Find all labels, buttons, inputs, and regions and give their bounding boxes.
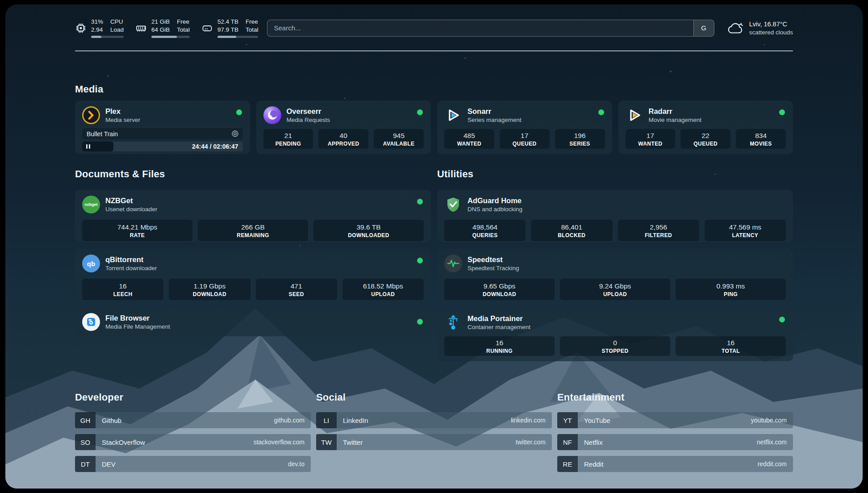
cloud-icon [726, 21, 745, 36]
header-divider [75, 50, 793, 51]
disk-free-label: Free [246, 18, 259, 26]
disk-widget: 52.4 TB 97.9 TB Free Total [201, 18, 259, 38]
stat-upload: 9.24 Gbps UPLOAD [560, 279, 670, 300]
playback-time: 24:44 / 02:06:47 [192, 142, 238, 151]
search-engine-button[interactable]: G [693, 20, 714, 36]
bookmark-dev[interactable]: DT DEV dev.to [75, 456, 311, 472]
stat-total: 16 TOTAL [676, 336, 786, 356]
stat-leech: 16 LEECH [82, 279, 163, 300]
app-subtitle: Media Requests [287, 117, 330, 124]
disk-free-value: 52.4 TB [217, 18, 238, 26]
stat-blocked: 86,401 BLOCKED [531, 220, 612, 241]
cpu-percent: 31% [91, 18, 103, 26]
stat-movies: 834 MOVIES [736, 129, 786, 149]
bookmark-stackoverflow[interactable]: SO StackOverflow stackoverflow.com [75, 434, 311, 450]
bookmarks-developer: Developer GH Github github.com SO StackO… [75, 392, 311, 478]
app-card-speedtest[interactable]: Speedtest Speedtest Tracking 9.65 Gbps D… [437, 249, 793, 301]
search-input[interactable] [267, 20, 693, 36]
app-title: Sonarr [467, 107, 522, 116]
stat-available: 945 AVAILABLE [374, 129, 424, 149]
search-bar: G [267, 20, 714, 37]
stat-download: 1.19 Gbps DOWNLOAD [169, 279, 250, 300]
stat-approved: 40 APPROVED [318, 129, 368, 149]
weather-widget: Lviv, 16.87°C scattered clouds [726, 20, 793, 37]
cpu-icon [75, 22, 87, 34]
playback-progress-fill [82, 142, 113, 151]
app-subtitle: Media server [105, 117, 140, 124]
stat-upload: 618.52 Mbps UPLOAD [342, 279, 424, 300]
app-subtitle: DNS and adblocking [467, 206, 522, 213]
app-title: Media Portainer [467, 314, 530, 323]
app-title: File Browser [105, 313, 170, 323]
bookmarks-social: Social LI LinkedIn linkedin.com TW Twitt… [316, 392, 552, 456]
portainer-icon [444, 313, 462, 331]
app-title: AdGuard Home [467, 196, 522, 205]
status-dot [598, 109, 604, 115]
stat-running: 16 RUNNING [444, 336, 555, 356]
session-icon [231, 130, 239, 138]
bookmark-github[interactable]: GH Github github.com [75, 412, 311, 428]
section-title-media: Media [75, 84, 793, 95]
memory-widget: 21 GiB 64 GiB Free Total [135, 18, 190, 38]
cpu-progressbar [91, 36, 124, 38]
cpu-widget: 31% 2.94 CPU Load [75, 18, 124, 38]
section-title-entertainment: Entertainment [557, 392, 793, 403]
app-title: Overseerr [287, 107, 330, 116]
stat-latency: 47.569 ms LATENCY [705, 220, 786, 241]
now-playing-title: Bullet Train [87, 130, 118, 138]
adguard-icon [444, 196, 462, 213]
app-card-adguard[interactable]: AdGuard Home DNS and adblocking 498,564 … [437, 190, 793, 242]
memory-total-label: Total [177, 26, 190, 34]
app-card-overseerr[interactable]: Overseerr Media Requests 21 PENDING 40 A… [256, 100, 431, 154]
app-title: Speedtest [467, 255, 519, 264]
section-title-utilities: Utilities [437, 168, 793, 180]
cpu-label: CPU [110, 18, 124, 26]
weather-condition: scattered clouds [749, 29, 793, 37]
app-card-sonarr[interactable]: Sonarr Series management 485 WANTED 17 Q… [437, 100, 612, 154]
app-title: NZBGet [105, 196, 157, 205]
memory-progressbar [151, 36, 190, 38]
bookmarks-entertainment: Entertainment YT YouTube youtube.com NF … [557, 392, 793, 478]
pause-icon [86, 144, 88, 149]
section-title-documents: Documents & Files [75, 168, 431, 180]
plex-now-playing: Bullet Train 24:44 / 02:06:47 [82, 128, 243, 151]
header-bar: 31% 2.94 CPU Load [75, 4, 793, 38]
bookmark-netflix[interactable]: NF Netflix netflix.com [557, 434, 793, 450]
disk-progress-fill [217, 36, 236, 38]
speedtest-icon [444, 255, 462, 272]
app-card-portainer[interactable]: Media Portainer Container management 16 … [437, 308, 793, 361]
system-stats: 31% 2.94 CPU Load [75, 18, 258, 38]
media-card-grid: Plex Media server Bullet Train [75, 100, 793, 154]
app-card-qbittorrent[interactable]: qb qBittorrent Torrent downloader 16 LEE… [75, 249, 431, 301]
two-column-section: Documents & Files nzbget NZBGet Usenet d… [75, 168, 793, 361]
weather-location-temp: Lviv, 16.87°C [749, 20, 793, 29]
app-subtitle: Media File Management [105, 323, 170, 331]
memory-free-label: Free [177, 18, 190, 26]
app-subtitle: Container management [467, 324, 530, 331]
playback-progressbar: 24:44 / 02:06:47 [82, 142, 243, 151]
stat-remaining: 266 GB REMAINING [198, 220, 308, 241]
memory-icon [135, 22, 147, 34]
disk-icon [201, 22, 213, 34]
overseerr-icon [263, 106, 281, 124]
app-card-nzbget[interactable]: nzbget NZBGet Usenet downloader 744.21 M… [75, 190, 431, 242]
cpu-load-value: 2.94 [91, 26, 103, 34]
app-card-plex[interactable]: Plex Media server Bullet Train [75, 100, 250, 154]
bookmark-linkedin[interactable]: LI LinkedIn linkedin.com [316, 412, 552, 428]
status-dot [236, 109, 242, 115]
memory-progress-fill [151, 36, 177, 38]
app-card-radarr[interactable]: Radarr Movie management 17 WANTED 22 QUE… [618, 100, 793, 154]
bookmark-twitter[interactable]: TW Twitter twitter.com [316, 434, 552, 450]
stat-series: 196 SERIES [555, 129, 605, 149]
radarr-icon [626, 106, 643, 124]
bookmark-youtube[interactable]: YT YouTube youtube.com [557, 412, 793, 428]
plex-icon [82, 106, 100, 124]
stat-queued: 22 QUEUED [680, 129, 730, 149]
stat-queries: 498,564 QUERIES [444, 220, 526, 241]
bookmark-reddit[interactable]: RE Reddit reddit.com [557, 456, 793, 472]
stat-pending: 21 PENDING [263, 129, 313, 149]
app-card-filebrowser[interactable]: File Browser Media File Management [75, 308, 431, 336]
utilities-column: Utilities [437, 168, 793, 361]
dashboard-window: 31% 2.94 CPU Load [5, 4, 863, 489]
sonarr-icon [444, 106, 462, 124]
